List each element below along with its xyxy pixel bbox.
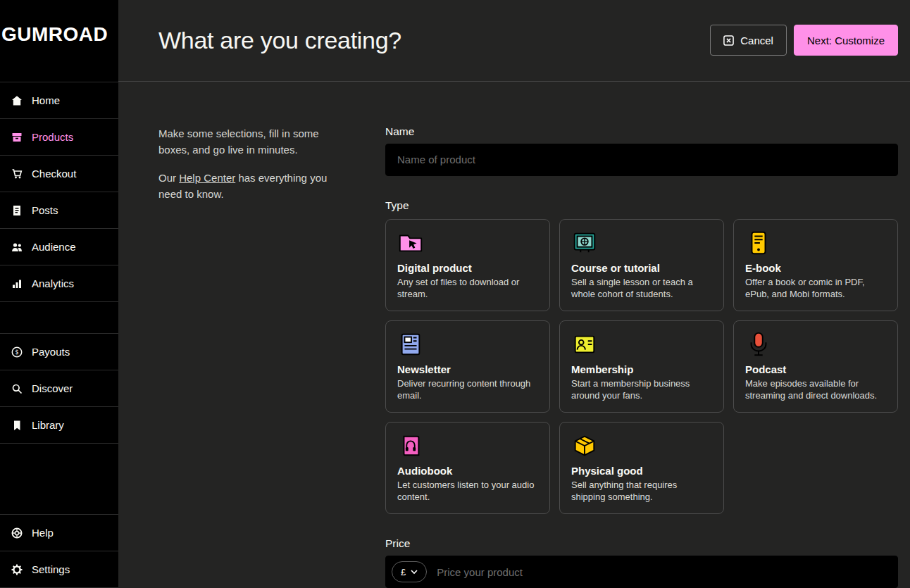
product-form: Name Type Digital product Any set of fil… <box>385 125 898 588</box>
product-type-title: E-book <box>745 262 886 274</box>
sidebar-bottom-nav: Help Settings <box>0 515 118 588</box>
product-type-title: Membership <box>571 363 712 375</box>
sidebar-item-products[interactable]: Products <box>0 119 118 156</box>
intro-column: Make some selections, fill in some boxes… <box>158 125 345 588</box>
name-field-group: Name <box>385 125 898 176</box>
product-type-title: Audiobook <box>397 465 538 477</box>
product-type-grid: Digital product Any set of files to down… <box>385 219 898 514</box>
page-title: What are you creating? <box>158 27 401 54</box>
product-type-title: Physical good <box>571 465 712 477</box>
product-type-title: Course or tutorial <box>571 262 712 274</box>
product-type-description: Offer a book or comic in PDF, ePub, and … <box>745 276 886 301</box>
card-physical-good[interactable]: Physical good Sell anything that require… <box>559 422 724 514</box>
sidebar-item-home[interactable]: Home <box>0 82 118 119</box>
sidebar-item-label: Products <box>32 131 73 143</box>
product-type-description: Any set of files to download or stream. <box>397 276 538 301</box>
app-window: gumroad Home Products Checkout <box>0 0 910 588</box>
sidebar-item-label: Discover <box>32 382 73 394</box>
intro-help-text: Our Help Center has everything you need … <box>158 170 345 203</box>
card-podcast[interactable]: Podcast Make episodes available for stre… <box>733 320 898 413</box>
type-label: Type <box>385 199 898 212</box>
audiobook-icon <box>397 432 424 459</box>
settings-icon <box>11 564 23 575</box>
sidebar-item-label: Payouts <box>32 346 70 358</box>
price-input[interactable] <box>427 566 897 578</box>
type-field-group: Type Digital product Any set of files to… <box>385 199 898 514</box>
help-center-link[interactable]: Help Center <box>179 172 235 184</box>
currency-selector[interactable]: £ <box>392 561 427 582</box>
sidebar-item-settings[interactable]: Settings <box>0 551 118 588</box>
analytics-icon <box>11 278 23 289</box>
sidebar-item-label: Audience <box>32 241 76 253</box>
card-ebook[interactable]: E-book Offer a book or comic in PDF, ePu… <box>733 219 898 311</box>
card-newsletter[interactable]: Newsletter Deliver recurring content thr… <box>385 320 550 413</box>
home-icon <box>11 95 23 106</box>
newsletter-icon <box>397 331 424 358</box>
product-type-description: Sell anything that requires shipping som… <box>571 479 712 503</box>
course-icon <box>571 230 598 256</box>
sidebar-item-label: Settings <box>32 563 70 575</box>
digital-product-icon <box>397 230 424 256</box>
price-label: Price <box>385 537 898 550</box>
name-label: Name <box>385 125 898 138</box>
sidebar-item-payouts[interactable]: $ Payouts <box>0 334 118 370</box>
product-type-title: Digital product <box>397 262 538 274</box>
ebook-icon <box>745 230 772 256</box>
card-digital-product[interactable]: Digital product Any set of files to down… <box>385 219 550 311</box>
gumroad-logo[interactable]: gumroad <box>1 23 116 46</box>
content-area: Make some selections, fill in some boxes… <box>118 82 910 588</box>
card-membership[interactable]: Membership Start a membership business a… <box>559 320 724 413</box>
card-audiobook[interactable]: Audiobook Let customers listen to your a… <box>385 422 550 514</box>
sidebar-item-library[interactable]: Library <box>0 407 118 444</box>
svg-text:$: $ <box>15 349 18 356</box>
product-type-description: Make episodes available for streaming an… <box>745 377 886 402</box>
payouts-icon: $ <box>11 346 23 358</box>
product-name-input[interactable] <box>385 144 898 176</box>
product-type-description: Let customers listen to your audio conte… <box>397 479 538 503</box>
sidebar-item-label: Analytics <box>32 277 74 289</box>
sidebar-secondary-nav: $ Payouts Discover Library <box>0 334 118 444</box>
product-type-title: Newsletter <box>397 363 538 375</box>
sidebar-item-label: Home <box>32 94 60 106</box>
search-icon <box>11 383 23 394</box>
price-input-box: £ <box>385 556 898 588</box>
sidebar-spacer <box>0 444 118 515</box>
cancel-x-icon <box>723 35 734 46</box>
cart-icon <box>11 168 23 180</box>
sidebar-item-posts[interactable]: Posts <box>0 192 118 229</box>
product-type-description: Sell a single lesson or teach a whole co… <box>571 276 712 301</box>
sidebar-divider <box>0 302 118 334</box>
page-header: What are you creating? Cancel Next: Cust… <box>118 0 910 82</box>
chevron-down-icon <box>411 570 418 575</box>
card-course-or-tutorial[interactable]: Course or tutorial Sell a single lesson … <box>559 219 724 311</box>
sidebar-item-label: Library <box>32 419 64 431</box>
cancel-button[interactable]: Cancel <box>710 25 787 56</box>
sidebar-main-nav: Home Products Checkout Posts <box>0 82 118 302</box>
currency-symbol: £ <box>401 567 406 577</box>
library-icon <box>11 420 23 431</box>
sidebar-item-label: Checkout <box>32 168 76 180</box>
posts-icon <box>11 205 23 216</box>
sidebar-item-audience[interactable]: Audience <box>0 229 118 265</box>
sidebar-item-label: Posts <box>32 204 58 216</box>
main-area: What are you creating? Cancel Next: Cust… <box>118 0 910 588</box>
sidebar-item-analytics[interactable]: Analytics <box>0 265 118 302</box>
sidebar-item-discover[interactable]: Discover <box>0 370 118 407</box>
price-field-group: Price £ <box>385 537 898 588</box>
sidebar-item-label: Help <box>32 527 54 539</box>
audience-icon <box>11 242 23 253</box>
sidebar-item-checkout[interactable]: Checkout <box>0 156 118 192</box>
sidebar: gumroad Home Products Checkout <box>0 0 118 588</box>
sidebar-item-help[interactable]: Help <box>0 515 118 551</box>
logo-area: gumroad <box>0 0 118 82</box>
product-type-description: Start a membership business around your … <box>571 377 712 402</box>
intro-text: Make some selections, fill in some boxes… <box>158 125 345 158</box>
physical-good-icon <box>571 432 598 459</box>
membership-icon <box>571 331 598 358</box>
products-icon <box>11 132 23 143</box>
next-customize-button[interactable]: Next: Customize <box>794 25 898 56</box>
help-icon <box>11 527 23 539</box>
podcast-icon <box>745 331 772 358</box>
product-type-title: Podcast <box>745 363 886 375</box>
header-actions: Cancel Next: Customize <box>710 25 898 56</box>
